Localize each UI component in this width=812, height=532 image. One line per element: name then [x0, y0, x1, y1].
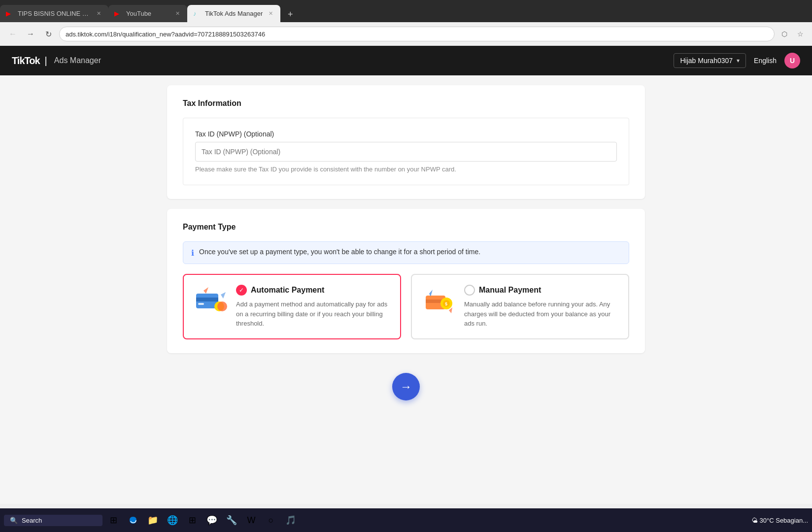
ads-manager-label: Ads Manager: [54, 56, 101, 65]
tax-form-wrapper: Tax ID (NPWP) (Optional) Please make sur…: [183, 118, 629, 185]
tab-bar: ▶ TIPS BISNIS ONLINE - YouTube ✕ ▶ YouTu…: [0, 0, 812, 22]
taskbar-vlc[interactable]: 🎵: [282, 511, 300, 529]
address-bar-icons: ⬡ ☆: [778, 28, 806, 40]
reload-button[interactable]: ↻: [41, 27, 55, 41]
temp-icon: 🌤: [751, 517, 758, 524]
svg-point-4: [217, 301, 227, 311]
taskbar-whatsapp[interactable]: 💬: [203, 511, 221, 529]
tab-tiktok[interactable]: ♪ TikTok Ads Manager ✕: [187, 5, 280, 22]
taskbar-apps[interactable]: ⊞: [183, 511, 201, 529]
tax-id-label: Tax ID (NPWP) (Optional): [195, 130, 617, 138]
next-button[interactable]: →: [392, 373, 420, 400]
next-button-container: →: [167, 373, 645, 400]
browser-chrome: ▶ TIPS BISNIS ONLINE - YouTube ✕ ▶ YouTu…: [0, 0, 812, 46]
payment-section-title: Payment Type: [183, 223, 629, 232]
svg-rect-1: [196, 298, 218, 301]
cast-icon[interactable]: ⬡: [778, 28, 790, 40]
tax-id-input[interactable]: [195, 142, 617, 162]
back-button[interactable]: ←: [6, 27, 20, 41]
language-selector[interactable]: English: [754, 57, 777, 65]
svg-rect-2: [198, 303, 204, 305]
manual-payment-content: Manual Payment Manually add balance befo…: [464, 285, 618, 329]
new-tab-button[interactable]: +: [282, 6, 298, 22]
tab-close-youtube[interactable]: ✕: [173, 10, 181, 18]
location-text: Sebagian...: [776, 517, 808, 524]
address-bar[interactable]: ads.tiktok.com/i18n/qualification_new?aa…: [59, 27, 775, 41]
tab-close-tiktok[interactable]: ✕: [267, 10, 274, 18]
address-bar-row: ← → ↻ ads.tiktok.com/i18n/qualification_…: [0, 22, 812, 46]
tab-youtube-tips[interactable]: ▶ TIPS BISNIS ONLINE - YouTube ✕: [0, 5, 108, 22]
forward-button[interactable]: →: [24, 27, 37, 41]
tab-title-tiktok: TikTok Ads Manager: [205, 10, 263, 17]
search-label: Search: [22, 517, 42, 524]
manual-payment-card[interactable]: $ Manual Payment Manually add balance be…: [411, 274, 629, 339]
taskbar-files[interactable]: 📁: [144, 511, 162, 529]
taskbar-word[interactable]: W: [242, 511, 260, 529]
taskbar-ring[interactable]: ○: [262, 511, 280, 529]
taskbar-icon-extra[interactable]: 🔧: [223, 511, 240, 529]
next-arrow-icon: →: [400, 380, 412, 394]
language-text: English: [754, 57, 777, 65]
automatic-payment-check: ✓: [236, 285, 247, 296]
logo-separator: |: [45, 55, 47, 66]
tiktok-favicon: ♪: [193, 10, 201, 18]
manual-payment-icon: $: [422, 285, 456, 319]
taskbar-task-view[interactable]: ⊞: [104, 511, 122, 529]
youtube-favicon-2: ▶: [114, 10, 122, 18]
chevron-down-icon: ▾: [737, 57, 740, 64]
bookmark-icon[interactable]: ☆: [794, 28, 806, 40]
tax-information-section: Tax Information Tax ID (NPWP) (Optional)…: [167, 85, 645, 199]
logo-tiktok-text: TikTok: [12, 55, 40, 66]
main-content: Tax Information Tax ID (NPWP) (Optional)…: [0, 75, 812, 504]
tab-title-youtube: YouTube: [126, 10, 169, 17]
manual-payment-header: Manual Payment: [464, 285, 618, 296]
manual-payment-check: [464, 285, 475, 296]
taskbar-edge[interactable]: [124, 511, 142, 529]
content-wrapper: Tax Information Tax ID (NPWP) (Optional)…: [167, 85, 645, 484]
taskbar-chrome[interactable]: 🌐: [164, 511, 181, 529]
weather-temperature: 🌤 30°C Sebagian...: [751, 517, 808, 524]
manual-payment-desc: Manually add balance before running your…: [464, 299, 618, 329]
tax-id-hint: Please make sure the Tax ID you provide …: [195, 166, 617, 173]
temp-value: 30°C: [760, 517, 774, 524]
tab-close-youtube-tips[interactable]: ✕: [95, 10, 102, 18]
info-icon: ℹ: [191, 248, 194, 258]
header-right: Hijab Murah0307 ▾ English U: [674, 53, 800, 68]
user-avatar[interactable]: U: [784, 53, 800, 68]
payment-info-text: Once you've set up a payment type, you w…: [199, 248, 480, 256]
address-text: ads.tiktok.com/i18n/qualification_new?aa…: [66, 31, 265, 38]
automatic-payment-card[interactable]: ✓ Automatic Payment Add a payment method…: [183, 274, 401, 339]
automatic-payment-content: ✓ Automatic Payment Add a payment method…: [236, 285, 390, 329]
youtube-favicon: ▶: [6, 10, 14, 18]
payment-type-section: Payment Type ℹ Once you've set up a paym…: [167, 209, 645, 353]
svg-text:$: $: [445, 301, 447, 306]
taskbar: 🔍 Search ⊞ 📁 🌐 ⊞ 💬 🔧 W ○ 🎵 🌤 30°C Sebagi…: [0, 508, 812, 532]
manual-payment-title: Manual Payment: [479, 286, 541, 295]
search-icon: 🔍: [10, 517, 18, 524]
payment-options: ✓ Automatic Payment Add a payment method…: [183, 274, 629, 339]
payment-info-banner: ℹ Once you've set up a payment type, you…: [183, 241, 629, 264]
automatic-payment-header: ✓ Automatic Payment: [236, 285, 390, 296]
account-selector[interactable]: Hijab Murah0307 ▾: [674, 53, 746, 68]
automatic-payment-desc: Add a payment method and automatically p…: [236, 299, 390, 329]
tab-title-youtube-tips: TIPS BISNIS ONLINE - YouTube: [18, 10, 91, 17]
automatic-payment-icon: [194, 285, 228, 319]
tab-youtube[interactable]: ▶ YouTube ✕: [108, 5, 187, 22]
taskbar-right: 🌤 30°C Sebagian...: [751, 517, 808, 524]
account-name: Hijab Murah0307: [680, 57, 733, 65]
automatic-payment-title: Automatic Payment: [251, 286, 324, 295]
taskbar-search[interactable]: 🔍 Search: [4, 515, 102, 526]
tax-section-title: Tax Information: [183, 99, 629, 108]
app-logo: TikTok | Ads Manager: [12, 55, 101, 66]
app-header: TikTok | Ads Manager Hijab Murah0307 ▾ E…: [0, 46, 812, 75]
